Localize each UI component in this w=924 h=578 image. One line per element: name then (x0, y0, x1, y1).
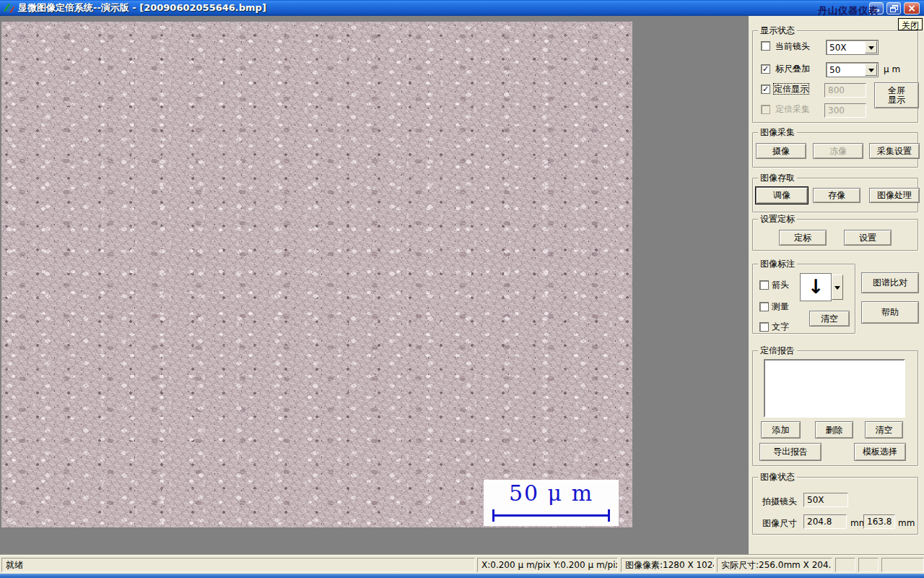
group-display-status-title: 显示状态 (758, 25, 797, 35)
combo-ruler-size-arrow[interactable] (865, 64, 877, 76)
export-report-button[interactable]: 导出报告 (759, 443, 821, 461)
input-fixed-display: 800 (824, 83, 866, 98)
title-bar: 显微图像定倍系统--演示版 - [20090602055646.bmp] (0, 0, 924, 16)
status-actual-size: 实际尺寸:256.0mm X 204.8mm (717, 558, 832, 572)
save-image-button[interactable]: 存像 (813, 188, 860, 203)
arrow-down-icon: ↓ (800, 273, 832, 301)
app-icon (3, 2, 14, 14)
group-display-status: 显示状态 当前镜头 50X 标尺叠加 50 μ m 定倍显示 800 全屏 显示… (752, 30, 918, 123)
image-workspace: 50 μ m (0, 16, 749, 554)
group-image-status: 图像状态 拍摄镜头 50X 图像尺寸 204.8 mm 163.8 mm (752, 477, 918, 535)
combo-current-lens-value: 50X (829, 43, 847, 53)
label-fixed-display: 定倍显示 (774, 84, 808, 94)
report-listbox[interactable] (764, 359, 905, 418)
group-report-title: 定倍报告 (758, 345, 797, 355)
status-spare-2 (858, 558, 879, 572)
scalebar-line (492, 514, 610, 517)
status-image-pixels: 图像像素:1280 X 1024 (621, 558, 715, 572)
brand-overlay-text: 丹山仪器仪表 (818, 4, 919, 17)
checkbox-ruler-overlay[interactable] (761, 64, 770, 74)
label-fixed-capture: 定倍采集 (775, 104, 810, 114)
image-process-button[interactable]: 图像处理 (869, 188, 920, 203)
label-ruler-overlay: 标尺叠加 (775, 64, 810, 74)
group-calibration: 设置定标 定标 设置 (752, 219, 918, 251)
input-image-height[interactable]: 163.8 (863, 514, 895, 529)
status-bar: 就绪 X:0.200 μ m/pix Y:0.200 μ m/pix 图像像素:… (0, 554, 924, 574)
report-delete-button[interactable]: 删除 (815, 421, 853, 439)
label-shooting-lens: 拍摄镜头 (762, 496, 797, 506)
group-report: 定倍报告 添加 删除 清空 导出报告 模板选择 (752, 350, 918, 466)
help-button[interactable]: 帮助 (861, 301, 919, 324)
arrow-style-combo[interactable]: ↓ (800, 273, 843, 301)
chevron-down-icon (834, 286, 840, 290)
label-micron-unit: μ m (884, 64, 900, 74)
fullscreen-button[interactable]: 全屏 显示 (874, 82, 919, 108)
micrograph-image: 50 μ m (1, 22, 632, 527)
atlas-compare-button[interactable]: 图谱比对 (861, 272, 919, 293)
combo-current-lens[interactable]: 50X (826, 40, 879, 55)
control-panel: 显示状态 当前镜头 50X 标尺叠加 50 μ m 定倍显示 800 全屏 显示… (749, 16, 924, 554)
shoot-button[interactable]: 摄像 (756, 143, 806, 159)
report-add-button[interactable]: 添加 (761, 421, 801, 439)
label-text: 文字 (772, 322, 789, 332)
group-capture: 图像采集 摄像 冻像 采集设置 (752, 132, 918, 168)
freeze-button: 冻像 (813, 143, 863, 159)
checkbox-current-lens[interactable] (761, 41, 770, 51)
chevron-down-icon (868, 46, 874, 50)
load-image-button[interactable]: 调像 (756, 187, 808, 204)
status-spare-3 (881, 558, 924, 572)
scalebar-label: 50 μ m (484, 480, 619, 507)
status-resolution: X:0.200 μ m/pix Y:0.200 μ m/pix (477, 558, 618, 572)
calibrate-button[interactable]: 定标 (779, 230, 827, 246)
group-annotation: 图像标注 箭头 ↓ 测量 清空 文字 (752, 264, 855, 334)
checkbox-fixed-capture (761, 105, 770, 114)
window-title: 显微图像定倍系统--演示版 - [20090602055646.bmp] (18, 1, 266, 14)
status-spare-1 (835, 558, 855, 572)
label-measure: 测量 (772, 301, 789, 311)
close-tooltip: 关闭 (898, 18, 923, 30)
input-image-width[interactable]: 204.8 (803, 514, 847, 529)
group-capture-title: 图像采集 (758, 127, 797, 137)
checkbox-arrow[interactable] (759, 280, 769, 290)
combo-ruler-size[interactable]: 50 (826, 62, 879, 77)
combo-ruler-size-value: 50 (829, 65, 840, 75)
report-clear-button[interactable]: 清空 (865, 421, 903, 439)
checkbox-fixed-display[interactable] (761, 85, 770, 94)
chevron-down-icon (868, 69, 874, 72)
template-select-button[interactable]: 模板选择 (854, 443, 906, 461)
arrow-style-combo-button[interactable] (832, 275, 843, 300)
label-arrow: 箭头 (772, 280, 789, 290)
combo-current-lens-arrow[interactable] (865, 41, 877, 53)
scalebar-overlay: 50 μ m (484, 480, 619, 526)
group-image-status-title: 图像状态 (758, 472, 797, 482)
calibration-settings-button[interactable]: 设置 (844, 230, 892, 246)
label-current-lens: 当前镜头 (775, 41, 810, 51)
status-ready: 就绪 (1, 558, 475, 572)
taskbar-edge (0, 574, 924, 578)
group-storage-title: 图像存取 (758, 173, 797, 183)
label-height-unit: mm (898, 518, 915, 528)
annotation-clear-button[interactable]: 清空 (809, 311, 850, 327)
group-annotation-title: 图像标注 (758, 259, 797, 269)
group-storage: 图像存取 调像 存像 图像处理 (752, 178, 918, 212)
checkbox-text[interactable] (759, 322, 769, 332)
input-shooting-lens[interactable]: 50X (803, 493, 848, 507)
input-fixed-capture: 300 (824, 103, 866, 118)
label-image-size: 图像尺寸 (762, 518, 797, 528)
group-calibration-title: 设置定标 (758, 214, 797, 224)
checkbox-measure[interactable] (759, 302, 769, 311)
capture-settings-button[interactable]: 采集设置 (869, 143, 920, 159)
